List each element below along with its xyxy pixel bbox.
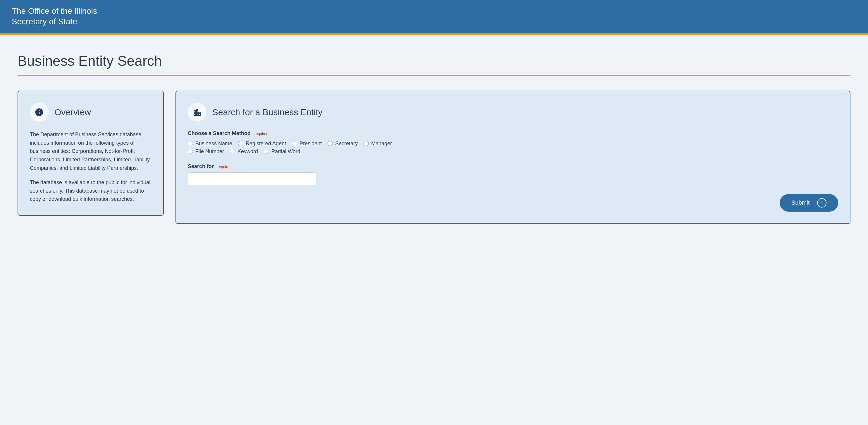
radio-group: Business Name Registered Agent President (188, 140, 838, 155)
overview-card-title: Overview (54, 107, 91, 117)
radio-item-file-number[interactable]: File Number (188, 149, 224, 155)
search-card: Search for a Business Entity Choose a Se… (176, 91, 850, 224)
radio-item-manager[interactable]: Manager (364, 140, 392, 147)
submit-button-label: Submit (792, 199, 809, 206)
radio-item-president[interactable]: President (292, 140, 322, 147)
radio-row-2: File Number Keyword Partial Word (188, 149, 838, 155)
search-method-label: Choose a Search Method required (188, 130, 838, 136)
overview-icon-circle (30, 103, 49, 122)
submit-button[interactable]: Submit → (780, 194, 838, 211)
search-for-section: Search for required (188, 163, 838, 185)
radio-label-registered-agent: Registered Agent (246, 140, 286, 147)
search-card-title: Search for a Business Entity (212, 107, 322, 117)
overview-paragraph-1: The Department of Business Services data… (30, 130, 152, 172)
radio-manager[interactable] (364, 141, 369, 146)
radio-label-manager: Manager (371, 140, 392, 147)
search-method-required: required (254, 132, 269, 136)
radio-label-president: President (300, 140, 322, 147)
search-input[interactable] (188, 172, 316, 185)
search-for-label: Search for required (188, 163, 838, 169)
main-content: Business Entity Search Overview The Depa… (0, 35, 868, 241)
overview-card: Overview The Department of Business Serv… (18, 91, 164, 216)
radio-item-registered-agent[interactable]: Registered Agent (238, 140, 286, 147)
radio-label-file-number: File Number (195, 149, 224, 155)
radio-registered-agent[interactable] (238, 141, 243, 146)
cards-container: Overview The Department of Business Serv… (18, 91, 850, 224)
radio-item-secretary[interactable]: Secretary (328, 140, 358, 147)
section-gold-divider (18, 75, 850, 76)
radio-label-secretary: Secretary (335, 140, 358, 147)
search-for-required: required (218, 165, 231, 169)
radio-secretary[interactable] (328, 141, 333, 146)
submit-button-container: Submit → (188, 194, 838, 211)
radio-business-name[interactable] (188, 141, 193, 146)
radio-label-business-name: Business Name (195, 140, 232, 147)
search-method-section: Choose a Search Method required Business… (188, 130, 838, 155)
radio-label-partial-word: Partial Word (271, 149, 300, 155)
building-icon (192, 107, 202, 117)
search-card-header: Search for a Business Entity (188, 103, 838, 122)
radio-keyword[interactable] (230, 149, 235, 154)
page-title: Business Entity Search (18, 53, 850, 69)
submit-arrow-icon: → (817, 198, 827, 207)
radio-president[interactable] (292, 141, 297, 146)
radio-file-number[interactable] (188, 149, 193, 154)
radio-item-keyword[interactable]: Keyword (230, 149, 258, 155)
site-header: The Office of the Illinois Secretary of … (0, 0, 868, 33)
radio-item-partial-word[interactable]: Partial Word (264, 149, 300, 155)
site-title: The Office of the Illinois Secretary of … (12, 6, 856, 27)
radio-item-business-name[interactable]: Business Name (188, 140, 232, 147)
info-icon (34, 107, 44, 117)
overview-card-header: Overview (30, 103, 152, 122)
header-gold-divider (0, 33, 868, 35)
overview-card-body: The Department of Business Services data… (30, 130, 152, 203)
overview-paragraph-2: The database is available to the public … (30, 178, 152, 203)
radio-partial-word[interactable] (264, 149, 269, 154)
search-icon-circle (188, 103, 207, 122)
radio-row-1: Business Name Registered Agent President (188, 140, 838, 147)
radio-label-keyword: Keyword (238, 149, 258, 155)
